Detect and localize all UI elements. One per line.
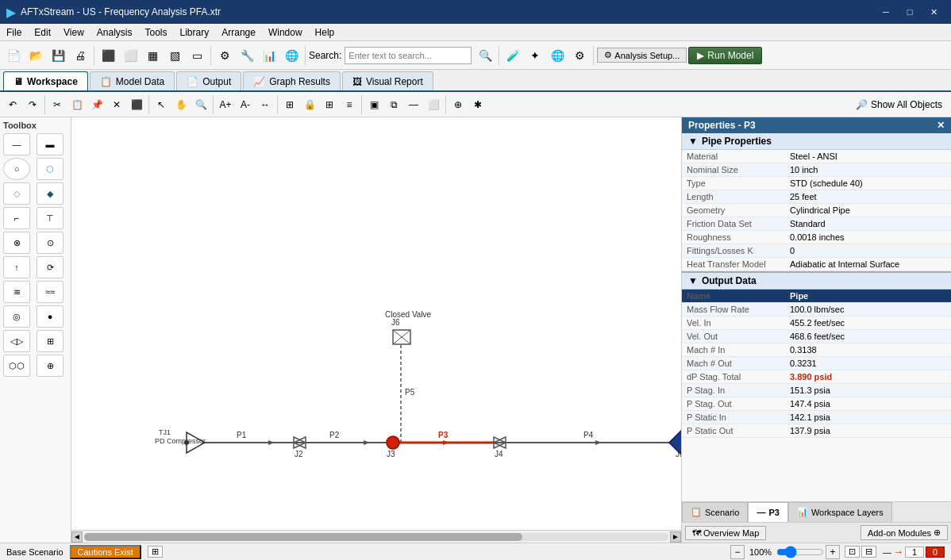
network-icon[interactable]: 🌐 — [547, 45, 568, 66]
pipe-properties-header[interactable]: ▼ Pipe Properties — [682, 133, 951, 150]
search-input[interactable] — [345, 47, 472, 64]
tool-sink[interactable]: ● — [37, 305, 64, 328]
font-larger-button[interactable]: A+ — [216, 95, 235, 114]
p3-tab[interactable]: — P3 — [748, 502, 787, 523]
menu-library[interactable]: Library — [174, 24, 216, 41]
tool-elbow[interactable]: ⌐ — [3, 207, 30, 229]
tool-misc3[interactable]: ⊕ — [37, 355, 64, 377]
pipe-button[interactable]: — — [404, 95, 423, 114]
tool-rect[interactable]: ▬ — [37, 133, 64, 155]
tool-valve2[interactable]: ⊙ — [37, 232, 64, 254]
pipeline-diagram[interactable]: P1 P2 P3 P4 P5 — [71, 117, 681, 490]
canvas-area[interactable]: P1 P2 P3 P4 P5 — [71, 117, 681, 543]
zoom-in-button[interactable]: + — [826, 545, 840, 559]
tool-valve1[interactable]: ⊗ — [3, 232, 30, 254]
fit-button[interactable]: ⊞ — [148, 546, 163, 558]
new-button[interactable]: 📄 — [3, 45, 24, 66]
tool-fan[interactable]: ⟳ — [37, 256, 64, 278]
paste-button[interactable]: 📌 — [87, 95, 106, 114]
output-data-header[interactable]: ▼ Output Data — [682, 271, 951, 290]
select-button[interactable]: ⬛ — [127, 95, 146, 114]
menu-window[interactable]: Window — [262, 24, 309, 41]
tool-cylinder[interactable]: ⬡ — [37, 158, 64, 180]
print-button[interactable]: 🖨 — [70, 45, 90, 66]
group-button[interactable]: ⬜ — [424, 95, 443, 114]
zoom-all-button[interactable]: ⊟ — [861, 546, 876, 558]
horizontal-scrollbar[interactable]: ◄ ► — [71, 530, 681, 543]
tb-btn-2[interactable]: ⬜ — [120, 45, 141, 66]
tool-reducer[interactable]: ◁▷ — [3, 330, 30, 352]
tool-tee[interactable]: ⊤ — [37, 207, 64, 229]
tab-model-data[interactable]: 📋 Model Data — [90, 71, 175, 90]
redo-button[interactable]: ↷ — [23, 95, 42, 114]
tab-output[interactable]: 📄 Output — [176, 71, 241, 90]
tb-btn-3[interactable]: ▦ — [142, 45, 163, 66]
scroll-left-button[interactable]: ◄ — [71, 531, 83, 543]
tab-workspace[interactable]: 🖥 Workspace — [3, 71, 88, 90]
tb-btn-8[interactable]: 📊 — [259, 45, 279, 66]
scroll-thumb[interactable] — [84, 533, 522, 541]
minimize-button[interactable]: ─ — [875, 4, 897, 20]
tool-heat1[interactable]: ≋ — [3, 281, 30, 303]
tb-btn-1[interactable]: ⬛ — [98, 45, 118, 66]
arrange-button[interactable]: ▣ — [364, 95, 383, 114]
tb-btn-6[interactable]: ⚙ — [214, 45, 235, 66]
tool-misc2[interactable]: ⬡⬡ — [3, 355, 30, 377]
delete-button[interactable]: ✕ — [107, 95, 126, 114]
addon-modules-button[interactable]: Add-on Modules ⊕ — [861, 525, 948, 540]
zoom-slider[interactable] — [776, 546, 824, 558]
workspace-layers-tab[interactable]: 📊 Workspace Layers — [788, 502, 892, 523]
menu-file[interactable]: File — [0, 24, 28, 41]
scroll-right-button[interactable]: ► — [670, 531, 681, 543]
menu-arrange[interactable]: Arrange — [215, 24, 262, 41]
tool-circle[interactable]: ○ — [3, 158, 30, 180]
tool-misc1[interactable]: ⊞ — [37, 330, 64, 352]
tool-pump[interactable]: ↑ — [3, 256, 30, 278]
maximize-button[interactable]: □ — [899, 4, 921, 20]
menu-help[interactable]: Help — [309, 24, 341, 41]
rotate-button[interactable]: ↔ — [256, 95, 275, 114]
zoom-out-button[interactable]: − — [730, 545, 745, 559]
misc-btn-1[interactable]: ⊕ — [449, 95, 468, 114]
overview-map-button[interactable]: 🗺 Overview Map — [685, 526, 766, 540]
tool-heat2[interactable]: ≈≈ — [37, 281, 64, 303]
tb-btn-7[interactable]: 🔧 — [237, 45, 257, 66]
run-model-button[interactable]: ▶ Run Model — [688, 47, 762, 64]
panel-collapse-icon[interactable]: ✕ — [937, 120, 945, 131]
menu-edit[interactable]: Edit — [28, 24, 57, 41]
search-button[interactable]: 🔍 — [475, 45, 495, 66]
layer-button[interactable]: ⧉ — [384, 95, 403, 114]
scatter-icon[interactable]: ✦ — [525, 45, 545, 66]
zoom-button[interactable]: 🔍 — [191, 95, 210, 114]
tb-btn-5[interactable]: ▭ — [187, 45, 207, 66]
close-button[interactable]: ✕ — [922, 4, 945, 20]
tool-diamond-blue[interactable]: ◆ — [37, 182, 64, 205]
cursor-button[interactable]: ↖ — [152, 95, 171, 114]
menu-tools[interactable]: Tools — [139, 24, 174, 41]
font-smaller-button[interactable]: A- — [236, 95, 255, 114]
tb-btn-4[interactable]: ▧ — [164, 45, 185, 66]
cautions-exist-button[interactable]: Cautions Exist — [70, 545, 141, 559]
settings-icon[interactable]: ⚙ — [569, 45, 590, 66]
tab-graph-results[interactable]: 📈 Graph Results — [243, 71, 341, 90]
tool-diamond[interactable]: ◇ — [3, 182, 30, 205]
tool-source[interactable]: ◎ — [3, 305, 30, 328]
cut-button[interactable]: ✂ — [48, 95, 67, 114]
grid-button[interactable]: ⊞ — [320, 95, 339, 114]
tool-pipe-h[interactable]: — — [3, 133, 30, 155]
scenario-tab[interactable]: 📋 Scenario — [682, 502, 748, 523]
menu-analysis[interactable]: Analysis — [90, 24, 139, 41]
undo-button[interactable]: ↶ — [3, 95, 22, 114]
save-button[interactable]: 💾 — [48, 45, 68, 66]
zoom-fit-button[interactable]: ⊡ — [845, 546, 860, 558]
flask-icon[interactable]: 🧪 — [502, 45, 523, 66]
hand-button[interactable]: ✋ — [171, 95, 191, 114]
lock-button[interactable]: 🔒 — [300, 95, 319, 114]
tb-btn-9[interactable]: 🌐 — [281, 45, 302, 66]
copy-button[interactable]: 📋 — [67, 95, 87, 114]
analysis-setup-button[interactable]: ⚙ Analysis Setup... — [597, 48, 687, 63]
snap-button[interactable]: ⊞ — [280, 95, 299, 114]
align-button[interactable]: ≡ — [340, 95, 359, 114]
show-all-objects-button[interactable]: 🔎 Show All Objects — [850, 97, 948, 113]
open-button[interactable]: 📂 — [25, 45, 46, 66]
